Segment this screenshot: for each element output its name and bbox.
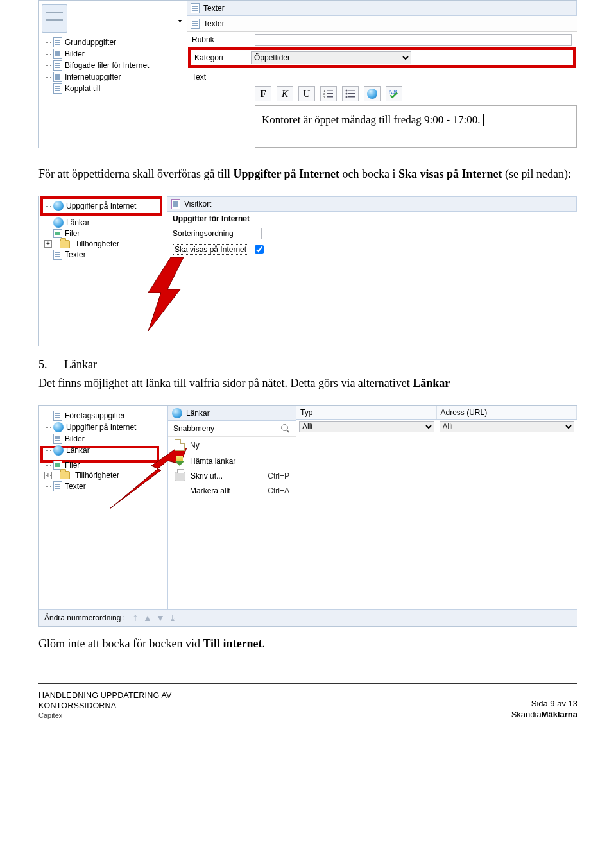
document-icon [42,4,67,33]
show-internet-checkbox[interactable] [255,245,264,254]
expand-icon[interactable]: + [44,472,52,479]
tree-item[interactable]: Filer [42,228,165,239]
tree-item-label: Företagsuppgifter [65,411,125,420]
tree-item[interactable]: Uppgifter på Internet [42,422,165,433]
text-editor[interactable]: Kontoret är öppet måndag till fredag 9:0… [255,105,577,148]
filter-row: Allt Allt [296,420,577,434]
menu-item-label: Markera allt [190,486,230,495]
detail-pane: Visitkort Uppgifter för Internet Sorteri… [167,196,577,346]
sheet-icon [53,60,62,71]
footer-line-3: Capitex [38,711,172,720]
italic-button[interactable]: K [277,86,293,101]
tree-item-label: Uppgifter på Internet [66,201,136,210]
search-icon[interactable] [280,423,291,434]
screenshot-lankar-panel: Företagsuppgifter Uppgifter på Internet … [38,405,578,627]
rubrik-label: Rubrik [192,35,247,44]
tree-item-label: Grunduppgifter [65,38,116,47]
kategori-select[interactable]: Öppettider [251,51,411,64]
filter-typ-select[interactable]: Allt [299,421,434,432]
bold-button[interactable]: F [255,86,271,101]
underline-button[interactable]: U [298,86,315,101]
footer-divider [38,683,578,684]
move-down-icon[interactable]: ▼ [156,613,165,623]
snabbmeny-label: Snabbmeny [173,424,214,433]
tree-item-label: Uppgifter på Internet [66,423,136,432]
tree-item[interactable]: Internetuppgifter [42,71,184,83]
tree-item-label: Tillhörigheter [75,239,119,248]
move-top-icon[interactable]: ⤒ [132,613,139,623]
tree-item[interactable]: Kopplat till [42,83,184,94]
menu-item-label: Ny [190,441,200,450]
tree-item[interactable]: Bilder [42,48,184,60]
rubrik-input[interactable] [255,34,572,46]
filter-adress-select[interactable]: Allt [440,421,575,432]
panel-title: Visitkort [184,200,211,209]
panel-header: Visitkort [167,196,577,212]
tree-item-label: Filer [65,229,80,238]
tree-item-label: Bilder [65,434,85,443]
footer-label: Ändra nummerordning : [44,613,125,622]
tree-item[interactable]: Bilder [42,433,165,445]
sort-input[interactable] [261,228,289,239]
col-typ[interactable]: Typ [296,406,437,419]
tree-item[interactable]: +Tillhörigheter [42,239,165,249]
svg-rect-5 [327,96,333,98]
kategori-label: Kategori [194,53,243,62]
move-up-icon[interactable]: ▲ [143,613,152,623]
chevron-down-icon[interactable]: ▾ [178,17,182,24]
expand-icon[interactable]: + [44,240,52,248]
kategori-highlight: Kategori Öppettider [188,47,576,68]
svg-rect-3 [327,93,333,94]
tree-pane: Företagsuppgifter Uppgifter på Internet … [39,406,167,609]
reorder-buttons: ⤒ ▲ ▼ ⤓ [132,613,176,623]
show-internet-label: Ska visas på Internet [173,244,248,255]
format-toolbar: F K U 123 ABC [187,83,577,105]
svg-point-10 [346,96,348,98]
footer-line-2: KONTORSSIDORNA [38,701,172,711]
globe-icon [53,217,64,228]
svg-text:ABC: ABC [389,90,398,95]
folder-icon [60,240,70,248]
tree-item-label: Bifogade filer för Internet [65,61,149,70]
screenshot-texter-panel: ▾ Grunduppgifter Bilder Bifogade filer f… [38,0,578,148]
section-title: Uppgifter för Internet [167,212,577,226]
tree-item-uppgifter-internet[interactable]: Uppgifter på Internet [42,200,165,212]
svg-point-8 [346,93,348,95]
spellcheck-button[interactable]: ABC [386,86,402,101]
page-number: Sida 9 av 13 [511,699,578,710]
tree-item[interactable]: Företagsuppgifter [42,410,165,422]
tree-item-label: Filer [65,461,80,470]
panel-title: Länkar [186,409,210,418]
numbered-list-button[interactable]: 123 [320,86,337,101]
globe-icon [53,422,64,432]
menu-item-label: Skriv ut... [191,472,223,481]
document-footer: HANDLEDNING UPPDATERING AV KONTORSSIDORN… [38,690,578,720]
text-row: Text [187,71,577,83]
svg-text:3: 3 [323,96,325,99]
sub-title: Texter [203,19,225,28]
svg-rect-7 [348,90,355,91]
move-bottom-icon[interactable]: ⤓ [169,613,176,623]
tree-item[interactable]: Länkar [42,217,165,228]
sheet-icon [53,434,62,444]
bullet-list-button[interactable] [342,86,359,101]
hyperlink-button[interactable] [364,86,381,101]
heading-number: 5. [38,358,64,371]
tree-item[interactable]: Bifogade filer för Internet [42,60,184,71]
sheet-icon [53,37,62,47]
globe-icon [367,89,377,99]
section-5-heading: 5.Länkar [38,358,578,371]
red-arrow-annotation [135,257,212,334]
editor-content: Kontoret är öppet måndag till fredag 9:0… [262,114,480,126]
footer-right: Sida 9 av 13 SkandiaMäklarna [511,699,578,720]
sheet-icon [53,49,62,59]
show-internet-row: Ska visas på Internet [167,241,577,258]
panel-title: Texter [203,4,225,13]
footer-left: HANDLEDNING UPPDATERING AV KONTORSSIDORN… [38,690,172,720]
folder-icon [60,471,70,479]
tree-item[interactable]: Grunduppgifter [42,37,184,48]
tree-item-label: Internetuppgifter [65,72,121,81]
footer-line-1: HANDLEDNING UPPDATERING AV [38,690,172,701]
col-adress[interactable]: Adress (URL) [437,406,578,419]
card-icon [171,199,180,209]
